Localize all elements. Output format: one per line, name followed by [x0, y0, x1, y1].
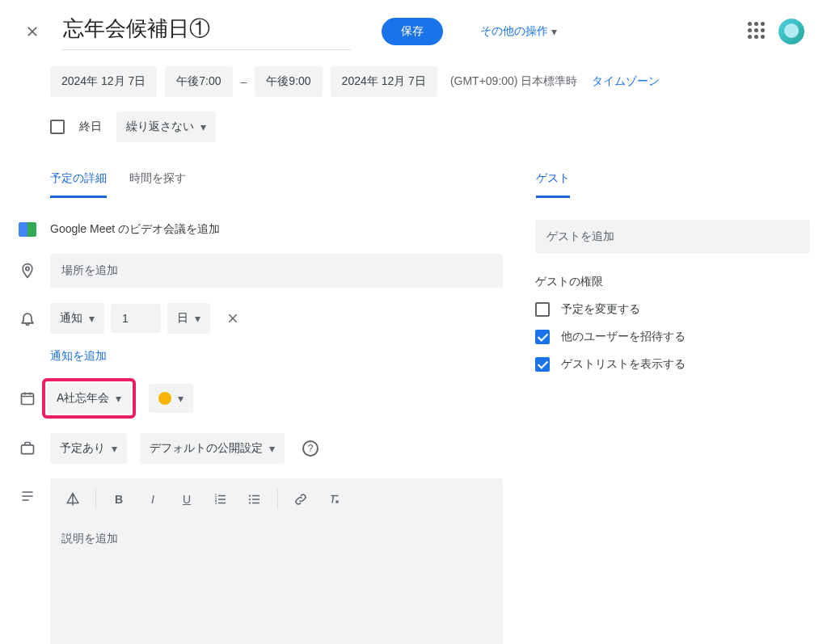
- chevron-down-icon: ▾: [116, 392, 121, 405]
- numbered-list-icon: 123: [213, 492, 228, 507]
- svg-point-6: [249, 495, 251, 496]
- notification-icon: [18, 309, 37, 328]
- attachment-icon: [65, 492, 80, 507]
- notification-type-dropdown[interactable]: 通知 ▾: [50, 303, 104, 334]
- bold-button[interactable]: B: [104, 485, 133, 514]
- add-notification-link[interactable]: 通知を追加: [50, 349, 503, 364]
- svg-point-0: [26, 267, 29, 270]
- calendar-select-dropdown[interactable]: A社忘年会 ▾: [47, 383, 131, 414]
- add-guests-input[interactable]: ゲストを追加: [535, 220, 810, 254]
- close-icon: [226, 311, 240, 326]
- notification-unit-dropdown[interactable]: 日 ▾: [167, 303, 210, 334]
- link-icon: [293, 492, 308, 507]
- description-toolbar: B I U 123: [50, 478, 503, 520]
- notification-value-input[interactable]: 1: [111, 304, 161, 333]
- guest-permissions-title: ゲストの権限: [535, 275, 810, 289]
- briefcase-icon: [18, 439, 37, 458]
- allday-label: 終日: [79, 120, 102, 134]
- location-icon: [18, 261, 37, 280]
- save-button[interactable]: 保存: [382, 18, 443, 45]
- calendar-icon: [18, 389, 37, 408]
- description-icon: [18, 486, 37, 506]
- end-date-picker[interactable]: 2024年 12月 7日: [331, 66, 437, 97]
- chevron-down-icon: ▾: [195, 312, 200, 325]
- bullet-list-icon: [247, 492, 262, 507]
- avatar[interactable]: [778, 19, 804, 44]
- bullet-list-button[interactable]: [240, 485, 269, 514]
- availability-dropdown[interactable]: 予定あり ▾: [50, 433, 127, 464]
- modify-event-checkbox[interactable]: [535, 302, 550, 317]
- see-guest-list-label: ゲストリストを表示する: [561, 357, 686, 372]
- color-dot: [158, 392, 171, 405]
- chevron-down-icon: ▾: [112, 442, 117, 455]
- remove-notification-button[interactable]: [217, 302, 249, 335]
- timezone-link[interactable]: タイムゾーン: [592, 74, 660, 89]
- svg-point-7: [249, 499, 251, 500]
- attach-button[interactable]: [58, 485, 87, 514]
- underline-button[interactable]: U: [172, 485, 201, 514]
- event-title-input[interactable]: [61, 13, 351, 50]
- close-icon: [24, 23, 40, 40]
- underline-icon: U: [183, 493, 191, 506]
- calendar-select-highlight: A社忘年会 ▾: [42, 378, 136, 419]
- timezone-text: (GMT+09:00) 日本標準時: [450, 74, 578, 89]
- invite-others-checkbox[interactable]: [535, 330, 550, 344]
- close-button[interactable]: [16, 15, 49, 48]
- chevron-down-icon: ▾: [551, 25, 557, 38]
- help-icon[interactable]: ?: [302, 440, 319, 457]
- more-actions-label: その他の操作: [480, 24, 548, 39]
- add-meet-link[interactable]: Google Meet のビデオ会議を追加: [50, 222, 220, 237]
- italic-icon: I: [151, 493, 154, 506]
- allday-checkbox[interactable]: [50, 120, 65, 134]
- tab-find-time[interactable]: 時間を探す: [129, 171, 186, 198]
- svg-point-8: [249, 502, 251, 503]
- meet-icon: [18, 220, 37, 239]
- description-input[interactable]: 説明を追加: [50, 520, 503, 644]
- clear-format-icon: [327, 492, 342, 507]
- invite-others-label: 他のユーザーを招待する: [561, 330, 686, 344]
- location-input[interactable]: 場所を追加: [50, 254, 503, 288]
- more-actions-dropdown[interactable]: その他の操作 ▾: [480, 24, 557, 39]
- guests-header: ゲスト: [536, 171, 570, 198]
- clear-format-button[interactable]: [320, 485, 349, 514]
- see-guest-list-checkbox[interactable]: [535, 357, 550, 372]
- chevron-down-icon: ▾: [178, 392, 184, 405]
- time-separator: –: [241, 75, 247, 88]
- modify-event-label: 予定を変更する: [561, 302, 640, 317]
- start-time-picker[interactable]: 午後7:00: [165, 66, 232, 97]
- recurrence-dropdown[interactable]: 繰り返さない ▾: [116, 112, 216, 142]
- chevron-down-icon: ▾: [89, 312, 95, 325]
- chevron-down-icon: ▾: [269, 442, 275, 455]
- start-date-picker[interactable]: 2024年 12月 7日: [50, 66, 157, 97]
- end-time-picker[interactable]: 午後9:00: [255, 66, 322, 97]
- tab-details[interactable]: 予定の詳細: [50, 171, 107, 198]
- chevron-down-icon: ▾: [200, 120, 206, 133]
- color-select-dropdown[interactable]: ▾: [149, 384, 193, 413]
- svg-rect-2: [22, 445, 34, 454]
- svg-text:3: 3: [215, 500, 217, 505]
- link-button[interactable]: [286, 485, 315, 514]
- bold-icon: B: [115, 493, 123, 506]
- visibility-dropdown[interactable]: デフォルトの公開設定 ▾: [140, 433, 285, 464]
- numbered-list-button[interactable]: 123: [206, 485, 235, 514]
- apps-grid-icon[interactable]: [748, 22, 767, 41]
- italic-button[interactable]: I: [138, 485, 167, 514]
- svg-rect-1: [22, 394, 34, 404]
